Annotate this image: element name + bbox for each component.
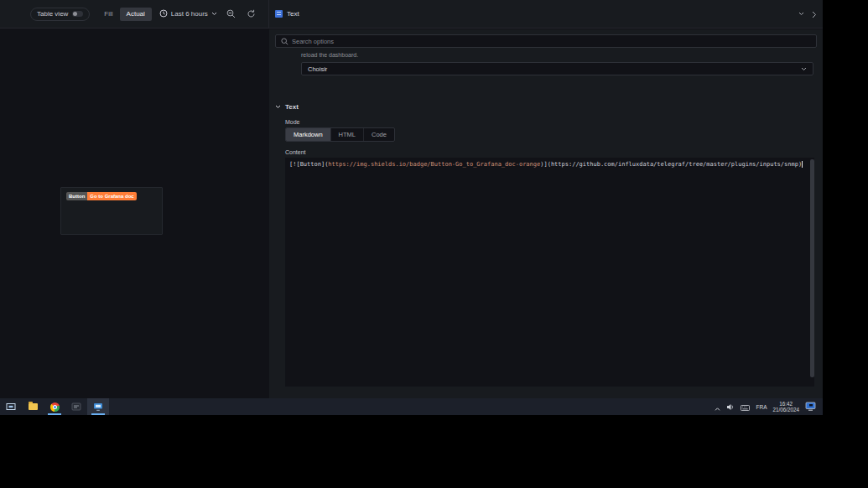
badge-link-label: Go to Grafana doc xyxy=(87,192,136,200)
badge-label: Button xyxy=(66,192,87,200)
table-view-label: Table view xyxy=(37,10,68,18)
mode-radio-group: Markdown HTML Code xyxy=(285,127,395,142)
mode-label: Mode xyxy=(285,119,300,125)
fill-button[interactable]: Fill xyxy=(97,8,119,21)
search-input[interactable] xyxy=(292,38,811,45)
select-value: Choisir xyxy=(308,65,327,73)
mode-option-markdown[interactable]: Markdown xyxy=(286,128,331,141)
panel-type-icon xyxy=(275,10,283,18)
chrome-icon xyxy=(50,402,60,412)
remote-app-button[interactable] xyxy=(87,398,109,415)
topbar-left: Table view Fill Actual Last 6 hours xyxy=(0,0,269,28)
collapse-options-button[interactable] xyxy=(812,7,817,22)
time-range-picker[interactable]: Last 6 hours xyxy=(159,9,217,19)
edit-topbar: Table view Fill Actual Last 6 hours xyxy=(0,0,823,29)
chrome-button[interactable] xyxy=(44,398,65,415)
refresh-icon[interactable] xyxy=(245,8,257,20)
visualization-picker[interactable]: Text xyxy=(275,10,804,18)
content-label: Content xyxy=(285,149,306,155)
choisir-select[interactable]: Choisir xyxy=(301,62,813,75)
chevron-down-icon xyxy=(275,103,281,111)
section-text-header[interactable]: Text xyxy=(275,103,299,111)
system-tray: FRA 16:42 21/06/2024 xyxy=(715,398,823,415)
panel-type-label: Text xyxy=(287,10,299,18)
section-title: Text xyxy=(285,103,299,111)
text-cursor xyxy=(802,161,803,168)
content-code-editor[interactable]: [![Button](https://img.shields.io/badge/… xyxy=(285,158,814,387)
chevron-down-icon xyxy=(211,10,217,18)
panel-preview-area: Button Go to Grafana doc xyxy=(0,29,268,398)
text-panel-preview[interactable]: Button Go to Grafana doc xyxy=(60,187,163,235)
code-url-token: https://img.shields.io/badge/Button-Go_t… xyxy=(328,161,540,168)
table-view-switch[interactable] xyxy=(72,11,83,17)
clock-date: 21/06/2024 xyxy=(772,407,799,413)
taskbar-apps xyxy=(0,398,109,415)
option-description: reload the dashboard. xyxy=(301,52,358,58)
windows-taskbar: FRA 16:42 21/06/2024 xyxy=(0,398,823,415)
remote-app-icon xyxy=(93,399,103,414)
file-explorer-button[interactable] xyxy=(22,398,44,415)
code-token: [![Button]( xyxy=(289,161,328,168)
mode-option-html[interactable]: HTML xyxy=(331,128,364,141)
actual-button[interactable]: Actual xyxy=(120,8,152,21)
clock-icon xyxy=(159,9,168,19)
grafana-panel-edit-screen: Table view Fill Actual Last 6 hours xyxy=(0,0,823,415)
options-pane-header: Text xyxy=(269,0,823,28)
shields-badge[interactable]: Button Go to Grafana doc xyxy=(66,192,137,200)
mode-option-code[interactable]: Code xyxy=(364,128,394,141)
terminal-app-icon xyxy=(71,399,81,414)
scrollbar-thumb[interactable] xyxy=(810,159,814,377)
code-line[interactable]: [![Button](https://img.shields.io/badge/… xyxy=(285,158,814,169)
touch-keyboard-icon[interactable] xyxy=(741,399,750,414)
editor-scrollbar[interactable] xyxy=(810,158,814,386)
options-search[interactable] xyxy=(275,34,817,48)
switch-knob xyxy=(73,12,77,16)
table-view-toggle[interactable]: Table view xyxy=(30,8,90,21)
chevron-right-icon xyxy=(812,7,817,22)
zoom-out-icon[interactable] xyxy=(225,8,237,20)
time-range-label: Last 6 hours xyxy=(171,10,208,18)
notification-display-icon[interactable] xyxy=(805,399,816,414)
volume-icon[interactable] xyxy=(726,399,735,414)
tray-expand-icon[interactable] xyxy=(715,399,720,414)
task-view-icon xyxy=(6,399,16,414)
fill-actual-group: Fill Actual xyxy=(97,8,151,21)
taskbar-clock[interactable]: 16:42 21/06/2024 xyxy=(772,401,799,413)
chevron-down-icon xyxy=(801,65,807,73)
language-indicator[interactable]: FRA xyxy=(756,404,767,410)
task-view-button[interactable] xyxy=(0,398,22,415)
code-url-token: https://github.com/influxdata/telegraf/t… xyxy=(551,161,798,168)
terminal-app-button[interactable] xyxy=(65,398,87,415)
file-explorer-icon xyxy=(29,403,38,410)
panel-options-pane: reload the dashboard. Choisir Text Mode … xyxy=(269,29,823,398)
search-icon xyxy=(281,34,288,49)
clock-time: 16:42 xyxy=(779,401,793,408)
chevron-down-icon xyxy=(798,10,804,18)
code-token: )]( xyxy=(540,161,551,168)
